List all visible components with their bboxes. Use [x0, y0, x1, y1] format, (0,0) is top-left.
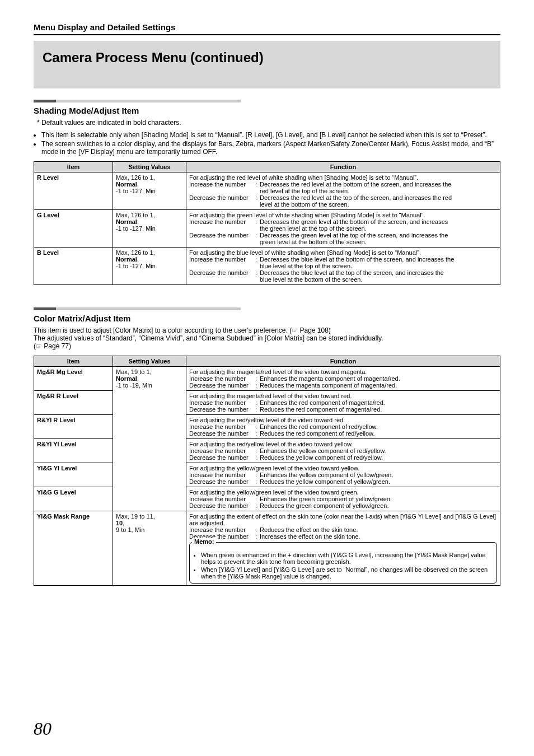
accent-bar-dark — [34, 100, 56, 102]
table-row: Yl&G Mask RangeMax, 19 to 11,10,9 to 1, … — [34, 511, 500, 585]
function-cell: For adjusting the magenta/red level of t… — [186, 366, 500, 390]
item-cell: Yl&G Yl Level — [34, 463, 113, 487]
page-title-block: Camera Process Menu (continued) — [34, 41, 500, 88]
col-item: Item — [34, 161, 113, 172]
function-cell: For adjusting the magenta/red level of t… — [186, 390, 500, 414]
item-cell: Yl&G G Level — [34, 487, 113, 511]
table-row: Mg&R Mg LevelMax, 19 to 1,Normal,-1 to -… — [34, 366, 500, 390]
shading-notes-list: This item is selectable only when [Shadi… — [34, 131, 500, 156]
item-cell: R&Yl R Level — [34, 414, 113, 438]
function-cell: For adjusting the yellow/green level of … — [186, 487, 500, 511]
accent-bar-light — [56, 307, 241, 310]
setting-values-cell: Max, 126 to 1,Normal,-1 to -127, Min — [113, 209, 186, 247]
function-cell: For adjusting the green level of white s… — [186, 209, 500, 247]
defaults-note: Default values are indicated in bold cha… — [37, 119, 500, 127]
colormatrix-desc: This item is used to adjust [Color Matri… — [34, 326, 500, 350]
function-cell: For adjusting the extent of effect on th… — [186, 511, 500, 585]
shading-table: Item Setting Values Function R LevelMax,… — [34, 161, 500, 285]
table-row: Yl&G G LevelFor adjusting the yellow/gre… — [34, 487, 500, 511]
function-cell: For adjusting the yellow/green level of … — [186, 463, 500, 487]
accent-bar-light — [56, 100, 241, 102]
function-cell: For adjusting the blue level of white sh… — [186, 247, 500, 284]
shading-heading: Shading Mode/Adjust Item — [34, 106, 500, 115]
colormatrix-heading: Color Matrix/Adjust Item — [34, 314, 500, 323]
item-cell: G Level — [34, 209, 113, 247]
section-header: Menu Display and Detailed Settings — [34, 22, 500, 32]
shading-heading-block: Shading Mode/Adjust Item — [34, 100, 500, 115]
table-row: R&Yl R LevelFor adjusting the red/yellow… — [34, 414, 500, 438]
function-cell: For adjusting the red level of white sha… — [186, 172, 500, 209]
table-row: R LevelMax, 126 to 1,Normal,-1 to -127, … — [34, 172, 500, 209]
setting-values-cell: Max, 19 to 1,Normal,-1 to -19, Min — [113, 366, 186, 511]
function-cell: For adjusting the red/yellow level of th… — [186, 414, 500, 438]
item-cell: B Level — [34, 247, 113, 284]
page-title: Camera Process Menu (continued) — [43, 50, 491, 66]
item-cell: Mg&R R Level — [34, 390, 113, 414]
col-item: Item — [34, 356, 113, 366]
item-cell: R&Yl Yl Level — [34, 438, 113, 463]
item-cell: Yl&G Mask Range — [34, 511, 113, 585]
col-function: Function — [186, 161, 500, 172]
page-number: 80 — [34, 718, 51, 739]
setting-values-cell: Max, 19 to 11,10,9 to 1, Min — [113, 511, 186, 585]
accent-bar-dark — [34, 307, 56, 310]
table-row: G LevelMax, 126 to 1,Normal,-1 to -127, … — [34, 209, 500, 247]
col-setting-values: Setting Values — [113, 161, 186, 172]
header-rule — [34, 34, 500, 35]
memo-box: Memo:When green is enhanced in the + dir… — [189, 542, 497, 584]
setting-values-cell: Max, 126 to 1,Normal,-1 to -127, Min — [113, 172, 186, 209]
table-row: B LevelMax, 126 to 1,Normal,-1 to -127, … — [34, 247, 500, 284]
colormatrix-heading-block: Color Matrix/Adjust Item — [34, 307, 500, 323]
item-cell: R Level — [34, 172, 113, 209]
item-cell: Mg&R Mg Level — [34, 366, 113, 390]
table-row: R&Yl Yl LevelFor adjusting the red/yello… — [34, 438, 500, 463]
table-row: Yl&G Yl LevelFor adjusting the yellow/gr… — [34, 463, 500, 487]
function-cell: For adjusting the red/yellow level of th… — [186, 438, 500, 463]
colormatrix-table: Item Setting Values Function Mg&R Mg Lev… — [34, 356, 500, 586]
setting-values-cell: Max, 126 to 1,Normal,-1 to -127, Min — [113, 247, 186, 284]
shading-note: This item is selectable only when [Shadi… — [41, 131, 500, 139]
shading-note: The screen switches to a color display, … — [41, 140, 500, 156]
col-setting-values: Setting Values — [113, 356, 186, 366]
col-function: Function — [186, 356, 500, 366]
table-row: Mg&R R LevelFor adjusting the magenta/re… — [34, 390, 500, 414]
